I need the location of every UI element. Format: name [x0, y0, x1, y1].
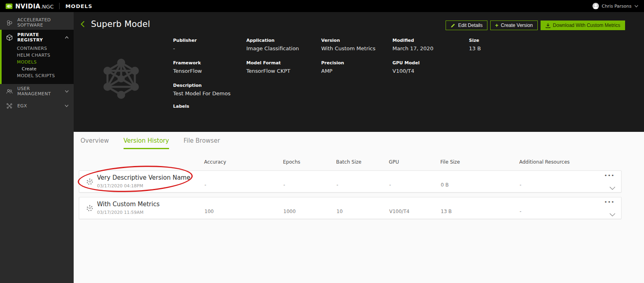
sidebar-section-private-registry: PRIVATE REGISTRY CONTAINERS HELM CHARTS …: [0, 30, 74, 84]
network-nodes-icon: [6, 103, 13, 109]
users-icon: [6, 88, 13, 95]
column-file-size: File Size: [440, 159, 519, 165]
cell-file-size: 0 B: [441, 171, 520, 192]
version-date: 03/17/2020 04:18PM: [97, 183, 204, 189]
tab-file-browser[interactable]: File Browser: [184, 137, 220, 149]
chevron-up-icon: [65, 36, 69, 39]
avatar: [592, 3, 599, 9]
version-name: With Custom Metrics: [97, 201, 204, 208]
version-row[interactable]: With Custom Metrics 03/17/2020 11:59AM 1…: [79, 197, 621, 219]
nvidia-eye-icon: [6, 3, 12, 10]
version-molecule-icon: [86, 178, 93, 185]
app-root: NVIDIA.NGC MODELS Chris Parsons ACCELERA…: [0, 0, 644, 283]
expand-row-chevron-icon[interactable]: [609, 187, 615, 190]
plus-icon: +: [495, 23, 498, 28]
cell-gpu: V100/T4: [389, 197, 441, 219]
sidebar-item-accelerated-software[interactable]: ACCELERATED SOFTWARE: [0, 15, 74, 30]
header-actions: Edit Details + Create Version Download W…: [446, 21, 625, 30]
table-header: Accuracy Epochs Batch Size GPU File Size…: [79, 159, 621, 165]
publisher-value: -: [173, 45, 246, 51]
expand-row-chevron-icon[interactable]: [609, 213, 615, 217]
model-format-value: TensorFlow CKPT: [246, 68, 321, 74]
modified-label: Modified: [392, 38, 469, 43]
model-header: Superb Model Edit Details + Create Versi…: [74, 12, 644, 132]
cell-file-size: 13 B: [441, 197, 520, 219]
person-icon: [592, 3, 599, 9]
version-label: Version: [321, 38, 392, 43]
column-epochs: Epochs: [283, 159, 336, 165]
chevron-down-icon: [634, 5, 638, 8]
sidebar-item-helm-charts[interactable]: HELM CHARTS: [2, 52, 74, 59]
size-value: 13 B: [469, 45, 632, 51]
publisher-label: Publisher: [173, 38, 246, 43]
precision-label: Precision: [321, 60, 392, 66]
framework-value: TensorFlow: [173, 68, 246, 74]
tab-bar: Overview Version History File Browser: [80, 137, 220, 149]
cell-batch-size: 10: [336, 197, 389, 219]
modified-value: March 17, 2020: [392, 45, 469, 51]
cell-gpu: -: [389, 171, 441, 192]
column-gpu: GPU: [389, 159, 440, 165]
download-icon: [545, 23, 551, 28]
app-title: MODELS: [65, 3, 92, 9]
size-label: Size: [469, 38, 632, 43]
cell-accuracy: -: [204, 171, 283, 192]
column-batch-size: Batch Size: [336, 159, 389, 165]
page-title: Superb Model: [91, 19, 150, 29]
description-label: Description: [173, 83, 632, 88]
row-menu-button[interactable]: •••: [604, 199, 615, 205]
framework-label: Framework: [173, 60, 246, 66]
description-value: Test Model For Demos: [173, 90, 632, 96]
sidebar-item-label: ACCELERATED SOFTWARE: [17, 17, 69, 28]
labels-label: Labels: [173, 104, 632, 109]
version-name: Very Descriptive Version Name: [97, 174, 204, 181]
cell-epochs: -: [283, 171, 336, 192]
sidebar-item-containers[interactable]: CONTAINERS: [2, 45, 74, 52]
sidebar-item-model-scripts[interactable]: MODEL SCRIPTS: [2, 72, 74, 79]
version-molecule-icon: [86, 205, 93, 212]
topbar-divider: [59, 3, 60, 9]
sidebar-item-models[interactable]: MODELS: [2, 59, 74, 66]
cell-additional-resources: -: [520, 197, 599, 219]
version-row[interactable]: Very Descriptive Version Name 03/17/2020…: [79, 170, 621, 193]
nvidia-ngc-logo[interactable]: NVIDIA.NGC: [6, 2, 54, 10]
create-version-button[interactable]: + Create Version: [490, 21, 538, 30]
sidebar-item-egx[interactable]: EGX: [0, 98, 74, 113]
package-icon: [6, 34, 13, 41]
chevron-down-icon: [64, 105, 69, 107]
back-button[interactable]: [80, 20, 86, 29]
tab-version-history[interactable]: Version History: [124, 137, 169, 149]
column-additional-resources: Additional Resources: [519, 159, 598, 165]
gpu-model-label: GPU Model: [392, 60, 469, 66]
download-with-custom-metrics-button[interactable]: Download With Custom Metrics: [541, 21, 625, 30]
brand-suffix: .NGC: [40, 4, 54, 10]
version-date: 03/17/2020 11:59AM: [97, 210, 204, 215]
chevron-left-icon: [80, 21, 85, 28]
gpu-model-value: V100/T4: [392, 68, 469, 74]
sidebar-item-private-registry[interactable]: PRIVATE REGISTRY: [2, 30, 74, 45]
user-name: Chris Parsons: [602, 4, 632, 9]
sidebar-item-create[interactable]: Create: [2, 66, 74, 72]
cell-accuracy: 100: [204, 197, 283, 219]
sidebar-item-label: USER MANAGEMENT: [17, 86, 60, 96]
model-metadata: Publisher- ApplicationImage Classificati…: [173, 38, 632, 126]
column-accuracy: Accuracy: [204, 159, 283, 165]
user-menu[interactable]: Chris Parsons: [592, 3, 638, 9]
application-value: Image Classification: [246, 45, 321, 51]
cell-additional-resources: -: [520, 171, 599, 192]
pencil-icon: [450, 23, 456, 28]
sidebar-item-label: PRIVATE REGISTRY: [17, 32, 60, 43]
model-molecule-icon: [99, 56, 144, 101]
edit-details-button[interactable]: Edit Details: [446, 21, 487, 30]
sidebar-item-user-management[interactable]: USER MANAGEMENT: [0, 84, 74, 98]
cell-epochs: 1000: [283, 197, 336, 219]
chevron-down-icon: [65, 90, 69, 93]
sidebar: ACCELERATED SOFTWARE PRIVATE REGISTRY CO…: [0, 12, 74, 283]
content-panel: Overview Version History File Browser Ac…: [74, 132, 644, 283]
application-label: Application: [246, 38, 321, 43]
top-bar: NVIDIA.NGC MODELS Chris Parsons: [0, 0, 644, 12]
tab-overview[interactable]: Overview: [80, 137, 109, 149]
version-value: With Custom Metrics: [321, 45, 392, 51]
row-menu-button[interactable]: •••: [604, 172, 615, 178]
column-name-spacer: [79, 159, 204, 165]
